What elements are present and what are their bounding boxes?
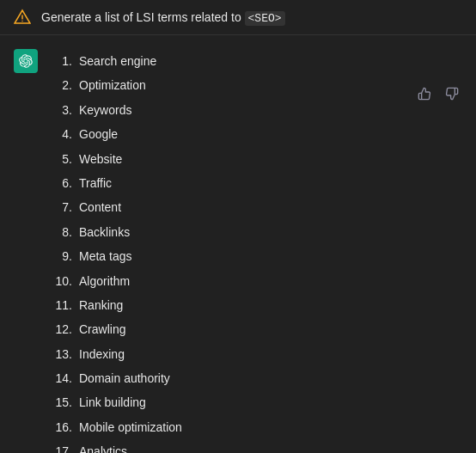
item-text: Crawling <box>79 320 125 339</box>
thumbs-down-button[interactable] <box>442 83 462 104</box>
header-bar: Generate a list of LSI terms related to … <box>0 0 476 35</box>
item-number: 7. <box>48 198 79 217</box>
item-number: 5. <box>48 150 79 168</box>
message-wrapper: 1.Search engine2.Optimization3.Keywords4… <box>0 35 476 453</box>
list-item: 8.Backlinks <box>48 220 462 244</box>
list-item: 11.Ranking <box>48 293 462 317</box>
response-content: 1.Search engine2.Optimization3.Keywords4… <box>48 49 462 453</box>
list-item: 7.Content <box>48 195 462 219</box>
lsi-terms-list: 1.Search engine2.Optimization3.Keywords4… <box>48 49 462 453</box>
item-text: Mobile optimization <box>79 418 182 437</box>
item-number: 14. <box>48 369 79 388</box>
header-prompt-text: Generate a list of LSI terms related to … <box>41 10 285 25</box>
message-container: 1.Search engine2.Optimization3.Keywords4… <box>0 35 476 453</box>
header-tag: <SEO> <box>245 11 285 26</box>
item-number: 4. <box>48 125 79 144</box>
item-number: 17. <box>48 442 79 453</box>
thumbs-up-button[interactable] <box>414 83 435 104</box>
list-item: 13.Indexing <box>48 342 462 366</box>
svg-point-1 <box>21 21 23 22</box>
item-text: Website <box>79 150 122 168</box>
list-item: 9.Meta tags <box>48 244 462 268</box>
item-text: Google <box>79 125 118 144</box>
list-item: 1.Search engine <box>48 49 462 73</box>
item-text: Algorithm <box>79 272 130 291</box>
item-number: 3. <box>48 101 79 119</box>
list-item: 4.Google <box>48 122 462 146</box>
item-number: 8. <box>48 223 79 242</box>
chatgpt-avatar <box>14 49 38 73</box>
item-number: 16. <box>48 418 79 437</box>
item-text: Domain authority <box>79 369 170 388</box>
item-text: Optimization <box>79 76 146 95</box>
item-number: 1. <box>48 52 79 70</box>
list-item: 2.Optimization <box>48 73 462 97</box>
list-item: 5.Website <box>48 147 462 171</box>
list-item: 6.Traffic <box>48 171 462 195</box>
item-text: Link building <box>79 393 146 412</box>
item-number: 6. <box>48 174 79 193</box>
item-number: 11. <box>48 296 79 315</box>
item-text: Analytics <box>79 442 127 453</box>
item-number: 2. <box>48 76 79 95</box>
item-number: 9. <box>48 247 79 266</box>
item-number: 13. <box>48 345 79 364</box>
item-text: Meta tags <box>79 247 131 266</box>
chatgpt-logo <box>19 54 33 68</box>
item-number: 15. <box>48 393 79 412</box>
list-item: 17.Analytics <box>48 439 462 453</box>
list-item: 15.Link building <box>48 390 462 414</box>
thumbs-down-icon <box>445 87 459 101</box>
actions-bar <box>414 83 462 104</box>
item-text: Indexing <box>79 345 125 364</box>
item-text: Keywords <box>79 101 131 119</box>
item-text: Content <box>79 198 121 217</box>
list-item: 16.Mobile optimization <box>48 415 462 439</box>
list-item: 3.Keywords <box>48 98 462 122</box>
item-text: Backlinks <box>79 223 130 242</box>
item-text: Ranking <box>79 296 123 315</box>
list-item: 10.Algorithm <box>48 269 462 293</box>
list-item: 14.Domain authority <box>48 366 462 390</box>
warning-triangle-icon <box>14 9 31 26</box>
item-number: 12. <box>48 320 79 339</box>
item-text: Traffic <box>79 174 112 193</box>
item-text: Search engine <box>79 52 156 70</box>
item-number: 10. <box>48 272 79 291</box>
thumbs-up-icon <box>418 87 431 101</box>
list-item: 12.Crawling <box>48 317 462 341</box>
